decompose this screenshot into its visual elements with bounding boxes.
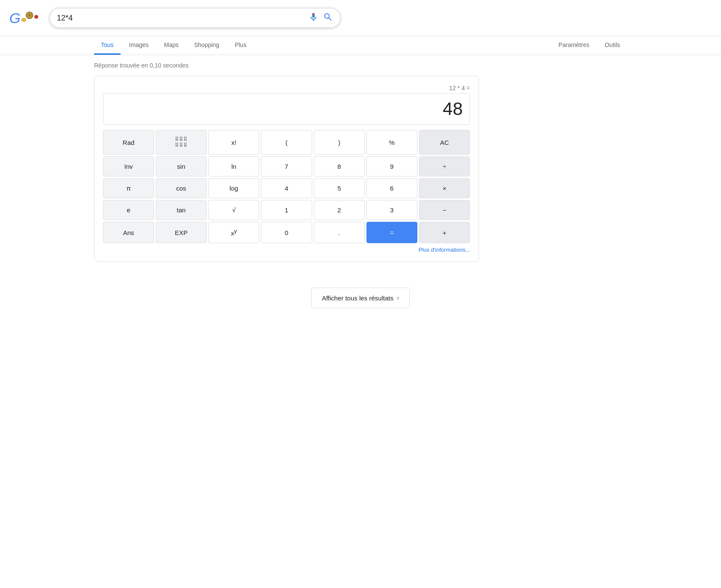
- tab-maps[interactable]: Maps: [157, 36, 186, 55]
- btn-rad[interactable]: Rad: [103, 130, 154, 155]
- btn-dot[interactable]: .: [314, 222, 365, 243]
- calc-expression: 12 * 4 =: [103, 85, 470, 91]
- tab-outils[interactable]: Outils: [598, 36, 627, 55]
- calc-display: 48: [103, 93, 470, 125]
- search-input[interactable]: 12*4: [57, 14, 304, 23]
- btn-e[interactable]: e: [103, 200, 154, 220]
- show-all-label: Afficher tous les résultats: [322, 294, 393, 302]
- tab-shopping[interactable]: Shopping: [187, 36, 226, 55]
- btn-divide[interactable]: ÷: [419, 156, 470, 176]
- more-info-link[interactable]: Plus d'informations...: [103, 247, 470, 253]
- btn-close-paren[interactable]: ): [314, 130, 365, 155]
- logo-area: G: [9, 5, 43, 31]
- btn-8[interactable]: 8: [314, 156, 365, 176]
- tab-parametres[interactable]: Paramètres: [552, 36, 596, 55]
- btn-dotgrid[interactable]: ⠿⠿⠿⠿⠿⠿: [156, 130, 207, 155]
- header: G 12*4: [0, 0, 721, 36]
- btn-5[interactable]: 5: [314, 178, 365, 198]
- btn-plus[interactable]: +: [419, 222, 470, 243]
- btn-open-paren[interactable]: (: [261, 130, 312, 155]
- show-all-wrapper: Afficher tous les résultats ›: [94, 288, 627, 308]
- doodle-svg: G: [9, 7, 43, 29]
- btn-0[interactable]: 0: [261, 222, 312, 243]
- btn-4[interactable]: 4: [261, 178, 312, 198]
- btn-9[interactable]: 9: [366, 156, 417, 176]
- btn-sin[interactable]: sin: [156, 156, 207, 176]
- main-content: Réponse trouvée en 0,10 secondes 12 * 4 …: [0, 55, 721, 315]
- tab-tous[interactable]: Tous: [94, 36, 121, 55]
- svg-point-3: [28, 14, 30, 16]
- btn-6[interactable]: 6: [366, 178, 417, 198]
- btn-tan[interactable]: tan: [156, 200, 207, 220]
- btn-ln[interactable]: ln: [208, 156, 259, 176]
- btn-2[interactable]: 2: [314, 200, 365, 220]
- mic-icon[interactable]: [308, 12, 319, 24]
- nav-right: Paramètres Outils: [552, 36, 627, 55]
- btn-minus[interactable]: −: [419, 200, 470, 220]
- btn-log[interactable]: log: [208, 178, 259, 198]
- tab-images[interactable]: Images: [122, 36, 156, 55]
- nav-left: Tous Images Maps Shopping Plus: [94, 36, 552, 55]
- btn-equals[interactable]: =: [366, 222, 417, 243]
- result-time-text: Réponse trouvée en 0,10 secondes: [94, 62, 627, 69]
- svg-point-7: [22, 19, 25, 21]
- calculator-card: 12 * 4 = 48 Rad ⠿⠿⠿⠿⠿⠿ x! ( ) % AC Inv s…: [94, 76, 479, 262]
- chevron-right-icon: ›: [397, 294, 399, 302]
- btn-cos[interactable]: cos: [156, 178, 207, 198]
- btn-percent[interactable]: %: [366, 130, 417, 155]
- btn-inv[interactable]: Inv: [103, 156, 154, 176]
- btn-exp[interactable]: EXP: [156, 222, 207, 243]
- btn-multiply[interactable]: ×: [419, 178, 470, 198]
- btn-ans[interactable]: Ans: [103, 222, 154, 243]
- btn-7[interactable]: 7: [261, 156, 312, 176]
- svg-text:G: G: [9, 10, 21, 26]
- btn-3[interactable]: 3: [366, 200, 417, 220]
- show-all-button[interactable]: Afficher tous les résultats ›: [311, 288, 410, 308]
- calc-result-value: 48: [443, 99, 463, 119]
- calc-buttons: Rad ⠿⠿⠿⠿⠿⠿ x! ( ) % AC Inv sin ln 7 8 9 …: [103, 130, 470, 243]
- btn-factorial[interactable]: x!: [208, 130, 259, 155]
- search-icon[interactable]: [323, 12, 333, 24]
- google-doodle: G: [9, 5, 43, 31]
- btn-power[interactable]: xy: [208, 222, 259, 243]
- nav-tabs: Tous Images Maps Shopping Plus Paramètre…: [0, 36, 721, 55]
- search-bar: 12*4: [50, 8, 340, 28]
- btn-pi[interactable]: π: [103, 178, 154, 198]
- btn-1[interactable]: 1: [261, 200, 312, 220]
- btn-sqrt[interactable]: √: [208, 200, 259, 220]
- btn-ac[interactable]: AC: [419, 130, 470, 155]
- tab-plus[interactable]: Plus: [228, 36, 253, 55]
- svg-point-5: [34, 15, 38, 19]
